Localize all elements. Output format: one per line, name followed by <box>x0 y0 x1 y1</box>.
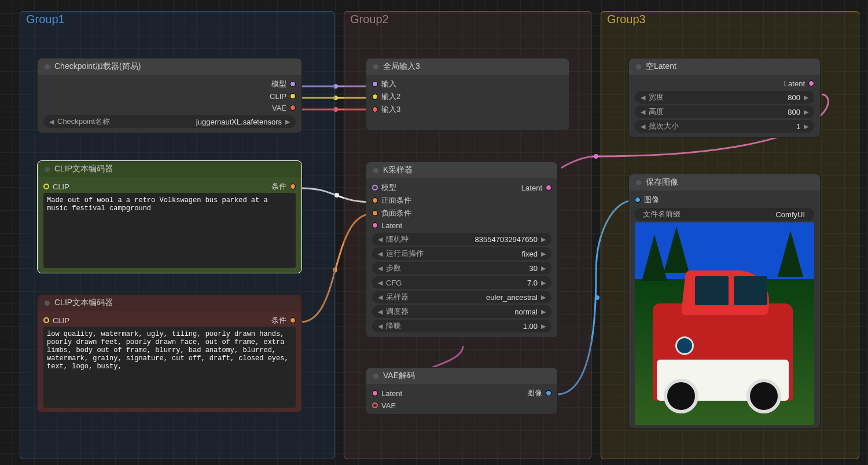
svg-point-5 <box>594 154 598 159</box>
node-title: CLIP文本编码器 <box>54 298 113 308</box>
checkpoint-name-widget[interactable]: ◀ Checkpoint名称 juggernautXL.safetensors … <box>43 115 296 128</box>
collapse-dot-icon[interactable] <box>45 301 50 306</box>
node-title: 全局输入3 <box>383 61 420 72</box>
port-cond-out[interactable] <box>290 317 296 323</box>
port-in1[interactable] <box>372 81 378 87</box>
scheduler-widget[interactable]: ◀调度器normal▶ <box>372 305 551 318</box>
port-dot-vae[interactable] <box>290 105 296 111</box>
sampler-widget[interactable]: ◀采样器euler_ancestral▶ <box>372 291 551 303</box>
group-2-title: Group2 <box>344 12 591 27</box>
port-latent-out[interactable] <box>808 80 814 86</box>
denoise-widget[interactable]: ◀降噪1.00▶ <box>372 320 551 332</box>
port-cond-out[interactable] <box>290 184 296 189</box>
node-title: 空Latent <box>646 61 676 72</box>
node-title: CLIP文本编码器 <box>54 164 113 174</box>
filename-prefix-widget[interactable]: 文件名前缀 ComfyUI <box>635 208 814 221</box>
height-widget[interactable]: ◀高度800▶ <box>635 105 814 118</box>
port-clip-in[interactable] <box>43 184 49 189</box>
port-pos-in[interactable] <box>372 197 378 203</box>
seed-widget[interactable]: ◀随机种835547032947650▶ <box>372 233 551 246</box>
node-vae-decode[interactable]: VAE解码 Latent 图像 VAE <box>366 367 558 415</box>
collapse-dot-icon[interactable] <box>45 64 50 69</box>
prompt-textarea-positive[interactable] <box>43 193 296 268</box>
node-checkpoint-loader[interactable]: Checkpoint加载器(简易) 模型 CLIP VAE ◀ Checkpoi… <box>37 58 302 133</box>
collapse-dot-icon[interactable] <box>45 167 50 172</box>
group-3-title: Group3 <box>601 12 859 27</box>
node-header[interactable]: VAE解码 <box>366 368 557 384</box>
node-ksampler[interactable]: K采样器 模型 Latent 正面条件 负面条件 Latent ◀随机种8355… <box>366 162 558 338</box>
node-empty-latent[interactable]: 空Latent Latent ◀宽度800▶ ◀高度800▶ ◀批次大小1▶ <box>628 58 821 138</box>
port-latent-in[interactable] <box>372 222 378 228</box>
steps-widget[interactable]: ◀步数30▶ <box>372 262 551 274</box>
node-header[interactable]: Checkpoint加载器(简易) <box>38 58 301 75</box>
node-save-image[interactable]: 保存图像 图像 文件名前缀 ComfyUI <box>628 174 821 429</box>
output-image-preview[interactable] <box>635 222 814 425</box>
port-model-in[interactable] <box>372 185 378 191</box>
node-clip-positive[interactable]: CLIP文本编码器 CLIP 条件 <box>37 160 302 273</box>
node-header[interactable]: 保存图像 <box>629 174 820 191</box>
control-widget[interactable]: ◀运行后操作fixed▶ <box>372 247 551 260</box>
port-neg-in[interactable] <box>372 210 378 216</box>
port-clip-in[interactable] <box>43 317 49 323</box>
width-widget[interactable]: ◀宽度800▶ <box>635 91 814 104</box>
node-header[interactable]: K采样器 <box>366 162 557 178</box>
collapse-dot-icon[interactable] <box>373 168 378 173</box>
svg-point-6 <box>595 295 599 300</box>
node-title: 保存图像 <box>646 177 678 188</box>
node-header[interactable]: 空Latent <box>629 58 820 75</box>
port-vae-in[interactable] <box>372 402 378 408</box>
collapse-dot-icon[interactable] <box>636 64 641 69</box>
port-latent-in[interactable] <box>372 390 378 396</box>
node-header[interactable]: CLIP文本编码器 <box>38 161 301 177</box>
node-title: VAE解码 <box>383 371 415 381</box>
node-header[interactable]: CLIP文本编码器 <box>38 295 301 311</box>
batch-widget[interactable]: ◀批次大小1▶ <box>635 120 814 133</box>
port-in3[interactable] <box>372 107 378 112</box>
port-in2[interactable] <box>372 94 378 100</box>
prompt-textarea-negative[interactable] <box>43 327 296 408</box>
port-model-out: 模型 <box>271 79 286 89</box>
collapse-dot-icon[interactable] <box>373 64 378 69</box>
port-clip-out: CLIP <box>270 92 286 101</box>
arrow-right-icon[interactable]: ▶ <box>285 118 290 126</box>
port-vae-out: VAE <box>272 104 286 112</box>
node-title: Checkpoint加载器(简易) <box>54 61 141 72</box>
node-title: K采样器 <box>383 165 413 175</box>
node-global-input[interactable]: 全局输入3 输入 输入2 输入3 <box>366 58 569 131</box>
node-clip-negative[interactable]: CLIP文本编码器 CLIP 条件 <box>37 294 302 413</box>
port-image-out[interactable] <box>546 390 551 396</box>
collapse-dot-icon[interactable] <box>373 374 378 379</box>
collapse-dot-icon[interactable] <box>636 180 641 185</box>
port-latent-out[interactable] <box>546 185 551 191</box>
node-header[interactable]: 全局输入3 <box>366 58 569 75</box>
port-dot-clip[interactable] <box>290 93 296 99</box>
svg-point-3 <box>334 193 339 197</box>
group-1-title: Group1 <box>20 12 334 27</box>
cfg-widget[interactable]: ◀CFG7.0▶ <box>372 276 551 289</box>
port-dot-model[interactable] <box>290 81 296 87</box>
port-image-in[interactable] <box>635 197 641 203</box>
arrow-left-icon[interactable]: ◀ <box>49 118 54 126</box>
